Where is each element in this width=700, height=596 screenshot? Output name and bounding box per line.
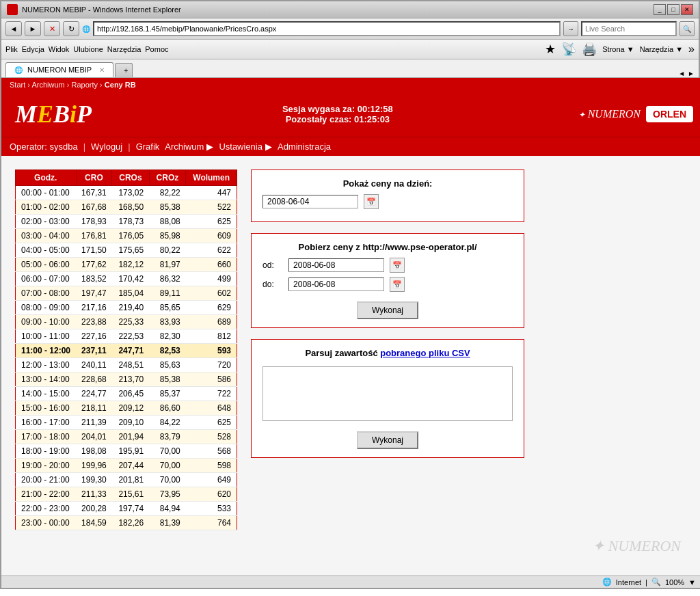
nav-grafik[interactable]: Grafik [136,141,160,152]
status-bar: 🌐 Internet | 🔍 100% ▼ [1,575,700,588]
tab-mebip[interactable]: 🌐 NUMERON MEBIP ✕ [5,62,113,77]
breadcrumb-archiwum[interactable]: Archiwum [31,81,64,89]
table-cell: 197,47 [76,286,112,301]
panel-parse-csv: Parsuj zawartość pobranego pliku CSV Wyk… [251,339,524,458]
stop-button[interactable]: ✕ [44,21,60,36]
table-cell: 222,53 [112,329,149,344]
menu-favorites[interactable]: Ulubione [73,45,103,53]
go-button[interactable]: → [563,21,578,36]
table-cell: 625 [186,215,237,229]
expand-icon[interactable]: » [688,43,695,55]
nav-wyloguj[interactable]: Wyloguj [91,141,122,152]
table-cell: 182,26 [112,516,149,530]
close-button[interactable]: ✕ [681,4,693,15]
table-cell: 240,11 [76,358,112,372]
table-cell: 722 [186,387,237,401]
menu-view[interactable]: Widok [49,45,70,53]
parse-textarea[interactable] [262,366,513,421]
table-cell: 593 [186,344,237,358]
search-button[interactable]: 🔍 [679,21,695,36]
watermark: ✦ NUMERON [15,530,688,562]
refresh-button[interactable]: ↻ [63,21,79,36]
table-cell: 689 [186,315,237,329]
table-cell: 248,51 [112,358,149,372]
tab-close-icon[interactable]: ✕ [99,66,105,74]
fetch-do-input[interactable] [288,277,384,291]
nav-administracja[interactable]: Administracja [278,141,331,152]
table-cell: 85,37 [149,387,186,401]
table-row: 07:00 - 08:00197,47185,0489,11602 [16,286,237,301]
breadcrumb-raporty[interactable]: Raporty [72,81,98,89]
page-icon: 🌐 [82,25,90,33]
menu-file[interactable]: Plik [5,45,18,53]
fetch-exec-button[interactable]: Wykonaj [357,301,418,319]
table-cell: 609 [186,229,237,243]
table-cell: 522 [186,200,237,215]
table-cell: 228,68 [76,372,112,387]
table-cell: 648 [186,401,237,416]
panel-parse-csv-link[interactable]: pobranego pliku CSV [380,348,470,358]
table-cell: 02:00 - 03:00 [16,215,77,229]
forward-button[interactable]: ► [25,21,41,36]
table-cell: 18:00 - 19:00 [16,444,77,459]
table-row: 22:00 - 23:00200,28197,7484,94533 [16,502,237,516]
fetch-od-calendar-button[interactable]: 📅 [390,258,405,273]
menu-tools[interactable]: Narzędzia [107,45,142,53]
table-cell: 10:00 - 11:00 [16,329,77,344]
session-line1: Sesja wygasa za: 00:12:58 [97,104,578,114]
tab-next-icon[interactable]: ► [688,70,695,77]
table-row: 09:00 - 10:00223,88225,3383,93689 [16,315,237,329]
tools-menu[interactable]: Narzędzia ▼ [640,45,683,53]
tab-controls: ◄ ► [678,70,695,77]
table-cell: 11:00 - 12:00 [16,344,77,358]
orlen-logo: ORLEN [646,106,693,122]
tab-prev-icon[interactable]: ◄ [678,70,685,77]
col-header-wolumen: Wolumen [186,170,237,186]
parse-exec-button[interactable]: Wykonaj [357,431,418,449]
app-header: MEBiP Sesja wygasa za: 00:12:58 Pozostał… [1,92,700,137]
table-row: 16:00 - 17:00211,39209,1084,22625 [16,416,237,430]
show-date-input[interactable] [262,195,358,208]
od-label: od: [262,260,283,270]
table-cell: 499 [186,272,237,286]
table-cell: 81,97 [149,258,186,272]
table-cell: 86,60 [149,401,186,416]
back-button[interactable]: ◄ [5,21,22,36]
table-cell: 07:00 - 08:00 [16,286,77,301]
favorites-icon[interactable]: ★ [545,42,556,57]
page-menu[interactable]: Strona ▼ [602,45,634,53]
feeds-icon[interactable]: 📡 [561,42,576,57]
address-input[interactable] [93,21,561,36]
zone-label: Internet [616,578,641,586]
session-info: Sesja wygasa za: 00:12:58 Pozostały czas… [97,104,578,124]
tab-label: NUMERON MEBIP [27,66,92,74]
table-cell: 171,50 [76,243,112,258]
table-cell: 167,31 [76,186,112,200]
table-row: 00:00 - 01:00167,31173,0282,22447 [16,186,237,200]
minimize-button[interactable]: _ [654,4,666,15]
brand-logos: ✦ NUMERON ORLEN [578,106,693,122]
table-cell: 175,65 [112,243,149,258]
fetch-od-input[interactable] [288,258,384,272]
nav-archiwum[interactable]: Archiwum ▶ [165,141,213,152]
fetch-do-calendar-button[interactable]: 📅 [390,277,405,292]
maximize-button[interactable]: □ [667,4,679,15]
new-tab-button[interactable]: + [115,63,133,77]
menu-edit[interactable]: Edycja [22,45,44,53]
nav-ustawienia[interactable]: Ustawienia ▶ [219,141,272,152]
menu-help[interactable]: Pomoc [145,45,168,53]
show-date-calendar-button[interactable]: 📅 [364,194,379,209]
window-title: NUMERON MEBIP - Windows Internet Explore… [22,5,649,14]
table-cell: 629 [186,301,237,315]
breadcrumb-start[interactable]: Start [10,81,25,89]
print-icon[interactable]: 🖨️ [582,42,597,57]
session-line2: Pozostały czas: 01:25:03 [97,114,578,124]
zoom-dropdown-icon[interactable]: ▼ [688,578,696,586]
table-cell: 586 [186,372,237,387]
right-panels: Pokaż ceny na dzień: 📅 Pobierz ceny z ht… [251,170,524,458]
search-input[interactable] [581,21,677,36]
table-row: 05:00 - 06:00177,62182,1281,97660 [16,258,237,272]
table-row: 03:00 - 04:00176,81176,0585,98609 [16,229,237,243]
table-row: 02:00 - 03:00178,93178,7388,08625 [16,215,237,229]
table-cell: 207,44 [112,459,149,473]
